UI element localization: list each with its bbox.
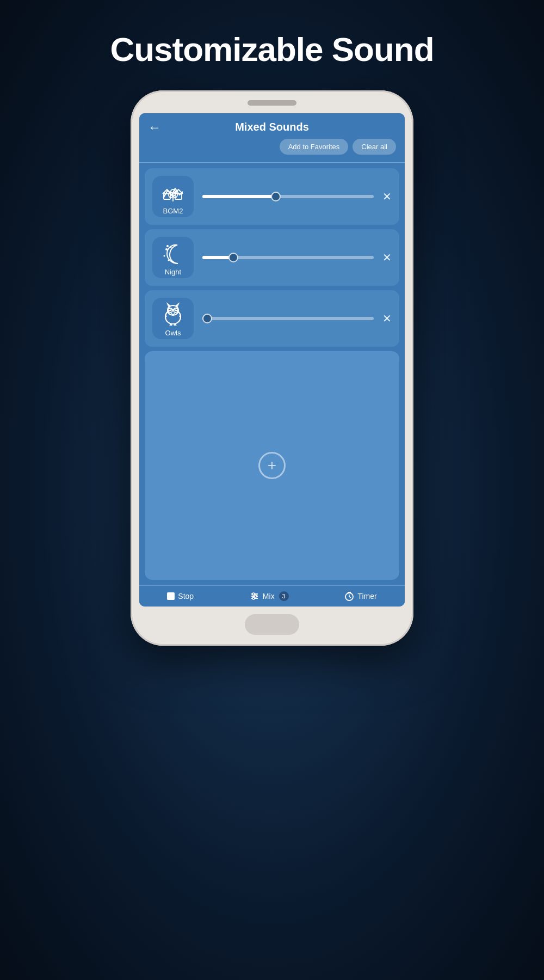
sound-card-night: Night ✕ — [145, 229, 399, 286]
bgm2-slider[interactable] — [202, 195, 374, 198]
add-sound-icon: + — [258, 452, 286, 479]
screen-title: Mixed Sounds — [235, 121, 309, 133]
night-card-inner: Night — [160, 240, 186, 276]
header-actions: Add to Favorites Clear all — [148, 139, 396, 157]
mix-button[interactable]: Mix 3 — [250, 591, 289, 601]
mix-icon — [250, 591, 259, 601]
header-top: ← Mixed Sounds — [148, 121, 396, 133]
svg-point-20 — [252, 593, 255, 595]
bgm2-icon-wrap[interactable]: BGM2 — [152, 176, 194, 217]
stop-button[interactable]: Stop — [167, 592, 194, 601]
svg-point-10 — [166, 245, 169, 247]
page-title: Customizable Sound — [110, 30, 434, 69]
sound-list: BGM2 ✕ — [139, 163, 405, 585]
mix-count-badge: 3 — [279, 591, 289, 601]
owls-controls — [200, 317, 376, 320]
bgm2-slider-fill — [202, 195, 276, 198]
svg-point-7 — [164, 255, 165, 256]
svg-point-14 — [170, 309, 171, 311]
plus-icon: + — [268, 457, 276, 474]
timer-button[interactable]: Timer — [344, 591, 376, 601]
timer-icon — [344, 591, 354, 601]
back-button[interactable]: ← — [148, 121, 161, 134]
bgm2-controls — [200, 195, 376, 198]
stop-icon — [167, 592, 175, 600]
svg-point-16 — [175, 309, 177, 311]
svg-point-8 — [168, 259, 170, 261]
owls-remove-button[interactable]: ✕ — [382, 312, 392, 325]
sound-card-bgm2: BGM2 ✕ — [145, 168, 399, 225]
bgm2-remove-button[interactable]: ✕ — [382, 190, 392, 203]
owls-icon-wrap[interactable]: Owls — [152, 298, 194, 339]
bgm2-icon — [160, 179, 186, 205]
night-label: Night — [165, 268, 181, 276]
night-icon-wrap[interactable]: Night — [152, 237, 194, 278]
svg-point-9 — [170, 246, 172, 248]
svg-point-6 — [165, 248, 168, 250]
night-icon — [160, 240, 186, 266]
bgm2-slider-thumb[interactable] — [271, 192, 281, 201]
stop-label: Stop — [178, 592, 194, 601]
owls-slider[interactable] — [202, 317, 374, 320]
phone-screen: ← Mixed Sounds Add to Favorites Clear al… — [139, 113, 405, 607]
bgm2-card-inner: BGM2 — [160, 179, 186, 215]
night-remove-button[interactable]: ✕ — [382, 251, 392, 264]
phone-home-button[interactable] — [245, 614, 299, 635]
mix-label: Mix — [263, 592, 275, 601]
night-controls — [200, 256, 376, 259]
owls-label: Owls — [165, 329, 181, 337]
night-slider-thumb[interactable] — [228, 253, 238, 262]
owls-slider-thumb[interactable] — [202, 314, 212, 323]
owls-icon — [160, 301, 186, 327]
night-slider[interactable] — [202, 256, 374, 259]
svg-line-25 — [349, 597, 351, 598]
phone-shell: ← Mixed Sounds Add to Favorites Clear al… — [131, 90, 413, 646]
svg-rect-1 — [175, 194, 182, 199]
app-header: ← Mixed Sounds Add to Favorites Clear al… — [139, 113, 405, 162]
svg-point-21 — [255, 595, 257, 597]
add-to-favorites-button[interactable]: Add to Favorites — [280, 139, 349, 155]
timer-label: Timer — [357, 592, 376, 601]
sound-card-owls: Owls ✕ — [145, 290, 399, 347]
clear-all-button[interactable]: Clear all — [353, 139, 396, 155]
owls-card-inner: Owls — [160, 301, 186, 337]
add-sound-card[interactable]: + — [145, 351, 399, 580]
bottom-bar: Stop Mix 3 — [139, 585, 405, 607]
svg-point-22 — [252, 597, 255, 599]
phone-earpiece — [248, 100, 296, 106]
bgm2-label: BGM2 — [163, 207, 183, 215]
